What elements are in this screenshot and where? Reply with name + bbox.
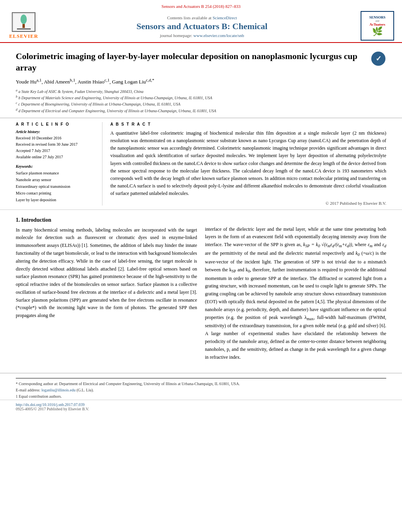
keyword-4: Micro contact printing [16,190,96,196]
email-note: E-mail address: loganliu@illinois.edu (G… [16,387,386,393]
svg-rect-3 [17,28,31,30]
elsevier-icon [12,12,35,32]
main-content: 1. Introduction In many biochemical sens… [0,210,402,365]
article-title-row: Colorimetric imaging of layer-by-layer m… [16,51,386,73]
affiliation-d: d d Department of Electrical and Compute… [16,108,386,114]
affiliation-a: a a State Key Lab of ASIC & System, Fuda… [16,88,386,95]
svg-rect-2 [22,24,25,28]
doi-link[interactable]: http://dx.doi.org/10.1016/j.snb.2017.07.… [16,402,85,407]
intro-left-text: In many biochemical sensing methods, lab… [16,226,197,320]
authors-text: Youde Hua,1, Abid Ameenb,1, Austin Hsiao… [16,79,154,85]
authors: Youde Hua,1, Abid Ameenb,1, Austin Hsiao… [16,77,386,85]
sensors-logo-tree: 🌿 [372,26,383,37]
svg-point-1 [20,15,27,24]
abstract-text: A quantitative label-free colorimetric i… [110,130,386,198]
intro-right-text: interface of the dielectric layer and th… [205,226,386,361]
doi-line: http://dx.doi.org/10.1016/j.snb.2017.07.… [16,402,386,407]
affiliations: a a State Key Lab of ASIC & System, Fuda… [16,88,386,114]
copyright: © 2017 Published by Elsevier B.V. [110,201,386,206]
crossmark: ✓ [370,51,386,67]
keyword-1: Surface plasmon resonance [16,170,96,176]
keyword-2: Nanohole array sensor [16,176,96,183]
journal-title-block: Contents lists available at ScienceDirec… [43,14,361,38]
abstract-col: A B S T R A C T A quantitative label-fre… [110,122,386,206]
elsevier-text: ELSEVIER [9,33,38,39]
main-left-col: 1. Introduction In many biochemical sens… [16,214,197,361]
sensors-actuators-logo: SENSORS and AcTuators 🌿 [361,11,394,41]
page-header: Sensors and Actuators B 254 (2018) 827–8… [0,0,402,43]
main-right-col: interface of the dielectric layer and th… [205,214,386,361]
crossmark-icon: ✓ [371,52,385,66]
article-title: Colorimetric imaging of layer-by-layer m… [16,51,363,73]
keyword-3: Extraordinary optical transmission [16,183,96,190]
footnotes: * Corresponding author at: Department of… [0,373,402,400]
journal-homepage: journal homepage: www.elsevier.com/locat… [43,33,361,38]
accepted-date: Accepted 7 July 2017 [16,148,96,154]
received-date: Received 10 December 2016 [16,135,96,141]
article-header: Colorimetric imaging of layer-by-layer m… [0,43,402,118]
abstract-label: A B S T R A C T [110,122,386,126]
sensors-logo-and: and [375,19,379,22]
affiliation-c: c c Department of Bioengineering, Univer… [16,101,386,107]
revised-date: Received in revised form 30 June 2017 [16,141,96,148]
journal-homepage-link[interactable]: www.elsevier.com/locate/snb [194,33,244,38]
elsevier-logo: ELSEVIER [4,12,43,39]
journal-title: Sensors and Actuators B: Chemical [43,21,361,32]
article-info-label: A R T I C L E I N F O [16,122,96,126]
article-history: Article history: Received 10 December 20… [16,130,96,160]
sciencedirect-link[interactable]: ScienceDirect [212,15,237,20]
journal-ref: Sensors and Actuators B 254 (2018) 827–8… [0,2,402,9]
article-info-abstract-section: A R T I C L E I N F O Article history: R… [0,118,402,210]
keyword-5: Layer by layer deposition [16,196,96,203]
keywords-title: Keywords: [16,164,96,169]
article-history-title: Article history: [16,130,96,134]
corresponding-note: * Corresponding author at: Department of… [16,381,386,387]
bottom-bar: http://dx.doi.org/10.1016/j.snb.2017.07.… [0,400,402,413]
available-date: Available online 27 July 2017 [16,154,96,160]
sensors-logo-title: SENSORS [369,15,385,19]
intro-heading: 1. Introduction [16,217,197,223]
header-main: ELSEVIER Contents lists available at Sci… [0,9,402,42]
equal-contrib-note: 1 Equal contribution authors. [16,393,386,400]
affiliation-b: b b Department of Materials Science and … [16,95,386,101]
footnote-divider [16,378,386,378]
issn-line: 0925-4005/© 2017 Published by Elsevier B… [16,407,386,411]
article-info-col: A R T I C L E I N F O Article history: R… [16,122,102,206]
contents-line: Contents lists available at ScienceDirec… [43,14,361,21]
email-link[interactable]: loganliu@illinois.edu [41,388,76,392]
sensors-logo-actuators: AcTuators [369,22,385,26]
keywords-block: Keywords: Surface plasmon resonance Nano… [16,164,96,203]
